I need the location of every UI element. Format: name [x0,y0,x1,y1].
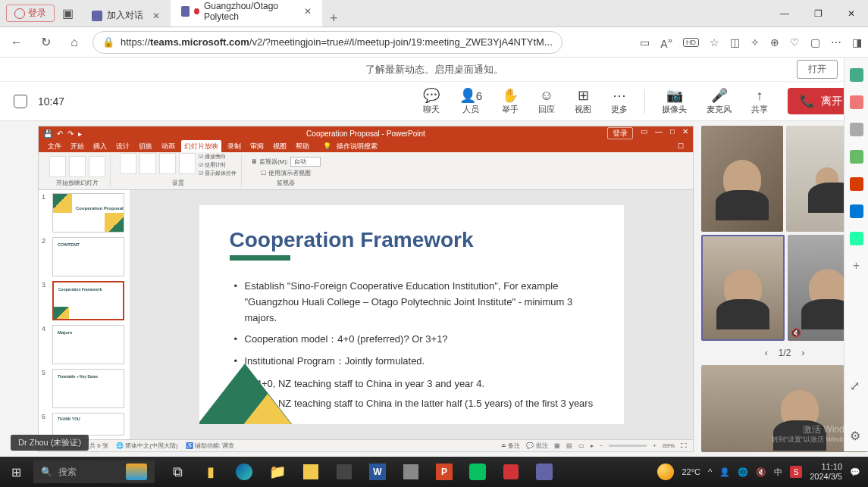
sogou-icon[interactable]: S [790,466,802,478]
edge-icon[interactable] [227,457,261,487]
self-video[interactable]: 激活 Windows 转到"设置"以激活 Windows。 [701,365,868,452]
word-icon[interactable]: W [361,457,394,487]
record-icon[interactable] [179,153,196,174]
mic-button[interactable]: 🎤麦克风 [699,87,739,115]
redo-icon[interactable]: ↷ [67,130,74,138]
browser-tab-1[interactable]: 加入对话 ✕ [81,5,171,27]
weather-temp[interactable]: 22°C [682,467,700,476]
pager-next[interactable]: › [801,348,804,358]
favorites-bar-icon[interactable]: ✧ [750,36,760,48]
new-tab-button[interactable]: + [322,11,346,27]
accessibility[interactable]: ♿ 辅助功能: 调查 [186,442,235,450]
ribbon-tab-active[interactable]: 幻灯片放映 [181,140,221,153]
ribbon-tab[interactable]: 审阅 [247,140,267,153]
address-bar[interactable]: 🔒 https://teams.microsoft.com/v2/?meetin… [92,31,562,54]
comments-btn[interactable]: 💬 批注 [526,442,547,450]
notes-btn[interactable]: ≐ 备注 [501,442,520,450]
chat-button[interactable]: 💬聊天 [415,87,447,115]
ribbon-tab[interactable]: 录制 [224,140,244,153]
back-button[interactable]: ← [6,32,27,53]
use-timings-check[interactable]: ☑ 使用计时 [199,161,237,169]
thumbnail-5[interactable]: Timetable + Key Dates [52,369,124,408]
weather-icon[interactable] [657,464,674,480]
custom-show-icon[interactable] [89,156,105,177]
sidebar-send-icon[interactable] [850,232,863,245]
explorer-icon[interactable]: 📁 [261,457,294,487]
thumbnail-1[interactable]: Cooperation Proposal [52,193,124,233]
tray-chevron-icon[interactable]: ^ [708,467,712,476]
fit-icon[interactable]: ⛶ [681,442,687,449]
thumbnail-2[interactable]: CONTENT [52,237,124,276]
undo-icon[interactable]: ↶ [57,130,63,138]
sidebar-popup-icon[interactable]: ⤢ [850,379,863,392]
taskview-icon[interactable]: ⧉ [161,457,194,487]
ppt-max-icon[interactable]: □ [670,127,675,139]
sidebar-shopping-icon[interactable] [850,95,863,109]
react-button[interactable]: ☺回应 [531,87,562,115]
browser-login-button[interactable]: 登录 [6,5,55,22]
tray-people-icon[interactable]: 👤 [719,467,730,477]
favorite-icon[interactable]: ☆ [710,36,719,48]
monitor-select[interactable]: 自动 [290,157,321,167]
app-dark-icon[interactable] [327,457,361,487]
app-icon[interactable]: ▢ [810,36,820,48]
tabactions-icon[interactable]: ▭ [640,36,650,48]
hide-icon[interactable] [139,153,156,174]
sidebar-tools-icon[interactable] [850,123,863,136]
video-icon[interactable]: HD [683,38,699,47]
browser-tab-2[interactable]: Guangzhou/Otago Polytech ✕ [171,0,322,27]
home-button[interactable]: ⌂ [64,32,85,53]
share-ribbon-icon[interactable]: ☐ [675,141,687,151]
refresh-button[interactable]: ↻ [35,32,56,53]
thumbnail-4[interactable]: Majors [52,325,124,364]
save-icon[interactable]: 💾 [43,130,52,138]
ime-indicator[interactable]: 中 [774,467,782,478]
ribbon-tab[interactable]: 文件 [45,140,64,153]
collections-icon[interactable]: ⊕ [770,36,779,48]
zoom-in[interactable]: + [653,442,656,449]
sidebar-toggle-icon[interactable]: ◨ [852,36,862,48]
sidebar-office-icon[interactable] [850,177,863,191]
from-beginning-icon[interactable] [49,156,66,177]
ribbon-tab[interactable]: 插入 [90,140,110,153]
from-current-icon[interactable] [69,156,86,177]
sidebar-games-icon[interactable] [850,150,863,164]
ribbon-tab[interactable]: 动画 [158,140,178,153]
view-button[interactable]: ⊞视图 [567,87,599,115]
ppt-min-icon[interactable]: — [655,127,663,139]
notifications-icon[interactable]: 💬 [850,467,860,477]
ribbon-search[interactable]: 💡 操作说明搜索 [320,140,384,153]
ppt-login[interactable]: 登录 [607,127,633,139]
setup-icon[interactable] [120,153,136,174]
sidebar-outlook-icon[interactable] [850,204,863,218]
rehearse-icon[interactable] [159,153,176,174]
ribbon-options-icon[interactable]: ▭ [641,127,647,139]
zoom-out[interactable]: − [600,442,603,449]
close-icon[interactable]: ✕ [152,11,160,21]
ribbon-tab[interactable]: 开始 [67,140,87,153]
slideshow-view-icon[interactable]: ▸ [591,442,594,449]
ppt-close-icon[interactable]: ✕ [682,127,688,139]
sidebar-search-icon[interactable] [850,68,863,82]
taskbar-clock[interactable]: 11:10 2024/3/5 [810,462,842,482]
teams-app-icon[interactable] [528,457,561,487]
people-button[interactable]: 👤6人员 [452,87,490,115]
reading-view-icon[interactable]: ▭ [578,442,584,449]
sidebar-add-icon[interactable]: + [850,259,863,273]
lang-indicator[interactable]: 🌐 简体中文(中国大陆) [116,442,178,450]
close-icon[interactable]: ✕ [304,6,312,17]
extensions-icon[interactable]: ♡ [790,36,800,48]
workspaces-icon[interactable]: ▣ [62,6,74,20]
app-icon[interactable] [394,457,428,487]
participant-video-1[interactable] [701,126,783,232]
presenter-view-check[interactable]: ☐ 使用演示者视图 [261,169,310,177]
window-maximize[interactable]: ❐ [801,2,835,25]
share-button[interactable]: ↑共享 [744,87,776,115]
app-yellow-icon[interactable] [294,457,327,487]
normal-view-icon[interactable]: ▦ [554,442,560,449]
powerpoint-icon[interactable]: P [428,457,461,487]
participant-video-3[interactable] [701,235,785,341]
taskbar-app[interactable]: ▮ [194,457,227,487]
raise-hand-button[interactable]: ✋举手 [494,87,526,115]
pager-prev[interactable]: ‹ [765,348,768,358]
